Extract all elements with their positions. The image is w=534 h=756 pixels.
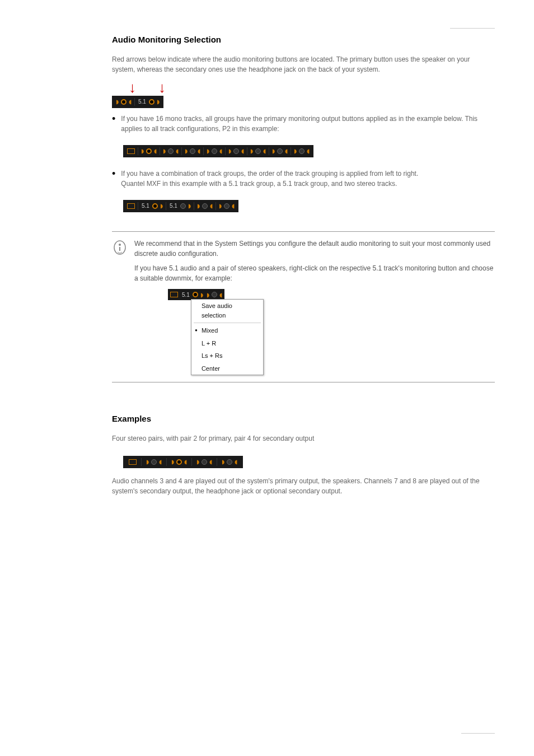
audio-group: ◗ ◖ bbox=[138, 147, 160, 155]
monitor-button[interactable] bbox=[168, 148, 174, 154]
audio-group: ◗ ◖ bbox=[217, 458, 242, 466]
monitor-button[interactable] bbox=[227, 459, 232, 465]
speaker-left-icon: ◗ bbox=[200, 291, 203, 299]
speaker-left-icon: ◗ bbox=[219, 202, 222, 210]
page: Audio Monitoring Selection Red arrows be… bbox=[0, 0, 534, 756]
speaker-left-icon: ◗ bbox=[207, 147, 209, 155]
speaker-right-icon: ◖ bbox=[285, 147, 288, 155]
down-arrow-icon: ↓ bbox=[129, 80, 136, 95]
intro-paragraph: Red arrows below indicate where the audi… bbox=[112, 54, 495, 74]
monitor-button[interactable] bbox=[202, 459, 207, 465]
speaker-right-icon: ◖ bbox=[184, 458, 187, 466]
note-paragraph-1: We recommend that in the System Settings… bbox=[134, 239, 495, 259]
menu-item-center[interactable]: Center bbox=[191, 362, 263, 375]
audio-group: 5.1 ◗ bbox=[166, 202, 194, 210]
speaker-right-icon: ◖ bbox=[307, 147, 310, 155]
info-icon bbox=[112, 240, 128, 255]
monitor-button[interactable] bbox=[212, 148, 217, 154]
speaker-right-icon: ◖ bbox=[129, 98, 132, 106]
monitor-icon bbox=[127, 203, 135, 209]
dropdown-audio-bar: 5.1 ◗ ◗ ◖ bbox=[168, 289, 224, 300]
page-footer bbox=[112, 733, 495, 734]
audio-bar-16mono: ◗ ◖ ◗ ◖ ◗ ◖ ◗ ◖ ◗ ◖ ◗ ◖ ◗ bbox=[123, 145, 313, 157]
speaker-left-icon: ◗ bbox=[188, 202, 191, 210]
monitor-button[interactable] bbox=[224, 203, 229, 209]
note-paragraph-2: If you have 5.1 audio and a pair of ster… bbox=[134, 263, 495, 283]
monitor-button[interactable] bbox=[190, 148, 195, 154]
audio-group: ◗ ◖ bbox=[194, 202, 216, 210]
monitor-icon-group bbox=[124, 459, 141, 465]
monitor-button[interactable] bbox=[180, 203, 186, 209]
menu-item-save-audio-selection[interactable]: Save audio selection bbox=[191, 300, 263, 321]
monitor-icon bbox=[127, 148, 135, 154]
speaker-left-icon: ◗ bbox=[146, 458, 149, 466]
bullet-item: • If you have a combination of track gro… bbox=[112, 169, 495, 189]
speaker-left-icon: ◗ bbox=[228, 147, 231, 155]
monitor-button-active[interactable] bbox=[149, 99, 154, 105]
speaker-left-icon: ◗ bbox=[157, 98, 160, 106]
speaker-left-icon: ◗ bbox=[222, 458, 224, 466]
audio-group: ◗ ◖ bbox=[291, 147, 312, 155]
header-rule bbox=[450, 28, 495, 29]
audio-group: ◗ ◖ bbox=[141, 458, 166, 466]
monitor-button[interactable] bbox=[299, 148, 305, 154]
monitor-icon bbox=[129, 459, 137, 465]
speaker-left-icon: ◗ bbox=[160, 202, 163, 210]
speaker-right-icon: ◖ bbox=[263, 147, 266, 155]
monitor-button[interactable] bbox=[151, 459, 157, 465]
monitor-icon-group bbox=[124, 203, 138, 209]
audio-group: 5.1 ◗ bbox=[134, 98, 162, 106]
monitor-button-active[interactable] bbox=[121, 99, 127, 105]
speaker-left-icon: ◗ bbox=[250, 147, 253, 155]
menu-item-l-r[interactable]: L + R bbox=[191, 337, 263, 350]
speaker-left-icon: ◗ bbox=[197, 202, 200, 210]
audio-group: ◗ ◖ bbox=[225, 147, 247, 155]
speaker-right-icon: ◖ bbox=[219, 147, 222, 155]
audio-group: ◗ ◖ bbox=[269, 147, 291, 155]
note-block: We recommend that in the System Settings… bbox=[112, 231, 495, 382]
monitor-button-active[interactable] bbox=[146, 148, 152, 154]
audio-group: ◗ ◖ bbox=[113, 98, 134, 106]
speaker-right-icon: ◖ bbox=[176, 147, 179, 155]
audio-group: ◗ ◖ bbox=[203, 147, 225, 155]
note-content: We recommend that in the System Settings… bbox=[134, 239, 495, 375]
bullet-text-2a: If you have a combination of track group… bbox=[121, 170, 418, 178]
examples-intro: Four stereo pairs, with pair 2 for prima… bbox=[112, 433, 495, 444]
audio-bar-example: ◗ ◖ ◗ ◖ ◗ ◖ ◗ ◖ bbox=[123, 456, 243, 468]
speaker-right-icon: ◖ bbox=[219, 291, 222, 299]
monitor-button-active[interactable] bbox=[193, 292, 198, 297]
speaker-left-icon: ◗ bbox=[207, 291, 209, 299]
section-heading-examples: Examples bbox=[112, 413, 495, 424]
speaker-right-icon: ◖ bbox=[154, 147, 157, 155]
speaker-left-icon: ◗ bbox=[294, 147, 297, 155]
speaker-right-icon: ◖ bbox=[210, 202, 213, 210]
speaker-right-icon: ◖ bbox=[198, 147, 200, 155]
speaker-right-icon: ◖ bbox=[241, 147, 244, 155]
monitor-button[interactable] bbox=[212, 292, 217, 297]
monitor-button[interactable] bbox=[202, 203, 208, 209]
monitor-button-active[interactable] bbox=[176, 459, 182, 465]
monitor-icon bbox=[170, 292, 178, 297]
audio-group: ◗ ◖ bbox=[247, 147, 269, 155]
bullet-item: • If you have 16 mono tracks, all groups… bbox=[112, 114, 495, 134]
monitor-button-active[interactable] bbox=[152, 203, 158, 209]
menu-item-mixed[interactable]: Mixed bbox=[191, 324, 263, 337]
section-heading-audio-monitoring: Audio Monitoring Selection bbox=[112, 34, 495, 45]
bullet-text-2b: Quantel MXF in this example with a 5.1 t… bbox=[121, 180, 397, 188]
monitor-button[interactable] bbox=[233, 148, 239, 154]
audio-group: ◗ ◖ bbox=[160, 147, 181, 155]
bullet-text-1: If you have 16 mono tracks, all groups h… bbox=[121, 114, 495, 134]
context-menu: Save audio selection Mixed L + R Ls + Rs… bbox=[191, 299, 264, 375]
down-arrow-icon: ↓ bbox=[158, 80, 166, 95]
speaker-left-icon: ◗ bbox=[196, 458, 199, 466]
monitor-button[interactable] bbox=[277, 148, 283, 154]
speaker-right-icon: ◖ bbox=[159, 458, 162, 466]
speaker-left-icon: ◗ bbox=[171, 458, 174, 466]
audio-bar-small: ◗ ◖ 5.1 ◗ bbox=[112, 96, 163, 108]
monitor-button[interactable] bbox=[255, 148, 261, 154]
menu-item-ls-rs[interactable]: Ls + Rs bbox=[191, 349, 263, 362]
menu-separator bbox=[194, 323, 261, 323]
speaker-left-icon: ◗ bbox=[116, 98, 119, 106]
examples-after-paragraph: Audio channels 3 and 4 are played out of… bbox=[112, 476, 495, 496]
channel-label-5-1: 5.1 bbox=[181, 291, 190, 299]
